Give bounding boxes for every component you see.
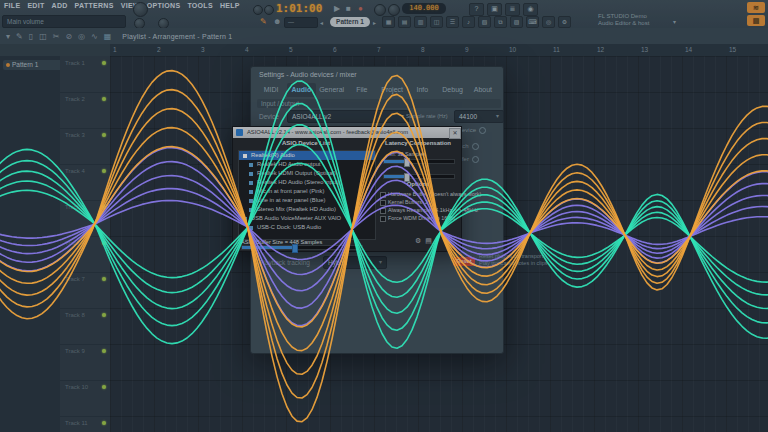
track-mute-led[interactable] <box>102 241 106 245</box>
step-sequencer-icon[interactable]: ▦ <box>382 16 395 28</box>
help-icon[interactable]: ? <box>469 3 484 16</box>
tab-file[interactable]: File <box>348 83 376 97</box>
track-row[interactable]: Track 8 <box>60 308 110 345</box>
track-row[interactable]: Track 10 <box>60 380 110 417</box>
tab-project[interactable]: Project <box>378 83 406 97</box>
asio-device-item[interactable]: Realtek HD Audio (Stereo input) <box>239 178 375 187</box>
asio-titlebar[interactable]: ASIO4ALL v2.14 - www.asio4all.com - feed… <box>233 127 461 138</box>
asio-device-item[interactable]: Line in at rear panel (Blue) <box>239 196 375 205</box>
playback-tracking-dropdown[interactable]: Hybrid ▾ <box>323 256 387 269</box>
menu-file[interactable]: FILE <box>4 2 20 13</box>
wait-knob[interactable] <box>388 4 400 16</box>
checkbox-icon[interactable] <box>380 216 386 222</box>
stop-button[interactable]: ■ <box>346 4 351 14</box>
pattern-next-arrow[interactable]: ▸ <box>373 18 376 28</box>
checkbox-icon[interactable] <box>380 200 386 206</box>
track-row[interactable]: Track 11 <box>60 416 110 432</box>
pattern-selector[interactable]: Pattern 1 <box>330 17 370 27</box>
menu-tools[interactable]: TOOLS <box>187 2 212 13</box>
asio-option[interactable]: Force WDM Driver To 16 Bit <box>379 214 459 222</box>
grid-icon[interactable]: ▨ <box>510 16 523 28</box>
menu-patterns[interactable]: PATTERNS <box>75 2 114 13</box>
output-monitor-button[interactable]: ▤ <box>747 15 765 26</box>
playlist-timeline[interactable]: 123456789101112131415 <box>110 44 768 56</box>
menu-add[interactable]: ADD <box>52 2 68 13</box>
piano-roll-icon[interactable]: ▤ <box>398 16 411 28</box>
track-row[interactable]: Track 6 <box>60 236 110 273</box>
track-mute-led[interactable] <box>102 97 106 101</box>
reset-badge[interactable]: Reset <box>453 257 475 266</box>
record-button[interactable]: ● <box>358 4 363 14</box>
list-icon[interactable]: ▤ <box>425 237 432 245</box>
browser-icon[interactable]: ☰ <box>446 16 459 28</box>
pat-mode-button[interactable] <box>253 5 263 15</box>
paint-icon[interactable]: ▯ <box>29 32 33 41</box>
picker-pattern-item[interactable]: Pattern 1 <box>3 60 64 70</box>
main-volume-knob[interactable] <box>133 2 148 17</box>
cut-icon[interactable]: ✂ <box>53 32 60 41</box>
asio-device-item[interactable]: Realtek(R) Audio <box>239 151 375 160</box>
track-mute-led[interactable] <box>102 313 106 317</box>
track-row[interactable]: Track 2 <box>60 92 110 129</box>
track-mute-led[interactable] <box>102 385 106 389</box>
mixer-icon[interactable]: ◫ <box>430 16 443 28</box>
pattern-prev-arrow[interactable]: ◂ <box>320 18 323 28</box>
asio-option[interactable]: Hardware Buffer (Doesn't always work) <box>379 190 459 198</box>
latency-in-slider[interactable] <box>383 159 455 164</box>
asio-option[interactable]: Kernel Buffers: 2 <box>379 198 459 206</box>
oscilloscope-button[interactable]: ≋ <box>747 2 765 13</box>
samplerate-dropdown[interactable]: 44100 ▾ <box>454 110 504 123</box>
windows-icon[interactable]: ⧉ <box>494 16 507 28</box>
settings-icon[interactable]: ⚙ <box>558 16 571 28</box>
delete-icon[interactable]: ⊘ <box>65 32 72 41</box>
tab-about[interactable]: About <box>469 83 497 97</box>
playlist-icon[interactable]: ▥ <box>414 16 427 28</box>
device-dropdown[interactable]: ASIO4ALL v2 ▾ <box>287 110 409 123</box>
mute-icon[interactable]: ◎ <box>78 32 85 41</box>
slider-handle[interactable] <box>404 158 410 167</box>
tempo-display[interactable]: 140.000 <box>402 3 446 14</box>
snap-dropdown[interactable]: — <box>284 17 318 28</box>
more-caret-icon[interactable]: ▾ <box>673 17 676 27</box>
scrollbar[interactable] <box>375 151 376 239</box>
asio-device-item[interactable]: Stereo Mix (Realtek HD Audio) <box>239 205 375 214</box>
asio-device-item[interactable]: Mic in at front panel (Pink) <box>239 187 375 196</box>
track-row[interactable]: Track 5 <box>60 200 110 237</box>
menu-help[interactable]: HELP <box>220 2 240 13</box>
play-button[interactable]: ▶ <box>334 4 340 14</box>
asio-device-item[interactable]: USB-C Dock: USB Audio <box>239 223 375 232</box>
track-mute-led[interactable] <box>102 169 106 173</box>
save-icon[interactable]: ▣ <box>487 3 502 16</box>
track-mute-led[interactable] <box>102 205 106 209</box>
menu-options[interactable]: OPTIONS <box>147 2 181 13</box>
asio-buffer-slider[interactable] <box>241 245 363 250</box>
track-mute-led[interactable] <box>102 277 106 281</box>
slice-icon[interactable]: ◫ <box>39 32 47 41</box>
track-mute-led[interactable] <box>102 421 106 425</box>
tab-debug[interactable]: Debug <box>439 83 467 97</box>
song-mode-button[interactable] <box>264 5 274 15</box>
snap-icon[interactable]: ▾ <box>6 32 10 41</box>
asio-device-item[interactable]: Realtek HDMI Output (Optical) <box>239 169 375 178</box>
pattern-icon[interactable]: ▧ <box>478 16 491 28</box>
track-mute-led[interactable] <box>102 61 106 65</box>
close-icon[interactable]: ✕ <box>449 128 461 139</box>
track-mute-led[interactable] <box>102 133 106 137</box>
draw-mode-icon[interactable]: ✎ <box>260 17 267 26</box>
latency-out-slider[interactable] <box>383 174 455 179</box>
record-target-icon[interactable]: ◉ <box>523 3 538 16</box>
menu-edit[interactable]: EDIT <box>27 2 44 13</box>
asio-device-item[interactable]: USB Audio VoiceMeeter AUX VAIO <box>239 214 375 223</box>
wrench-icon[interactable]: ⚙ <box>415 237 421 245</box>
track-row[interactable]: Track 1 <box>60 56 110 93</box>
info-icon[interactable]: i <box>436 237 438 245</box>
slider-handle[interactable] <box>292 244 298 253</box>
asio-device-item[interactable]: Realtek HD Audio output <box>239 160 375 169</box>
draw-icon[interactable]: ✎ <box>16 32 23 41</box>
checkbox-icon[interactable] <box>380 192 386 198</box>
tab-audio[interactable]: Audio <box>287 83 315 97</box>
note-icon[interactable]: ♪ <box>462 16 475 28</box>
track-row[interactable]: Track 7 <box>60 272 110 309</box>
track-row[interactable]: Track 4 <box>60 164 110 201</box>
menu-icon[interactable]: ≣ <box>505 3 520 16</box>
